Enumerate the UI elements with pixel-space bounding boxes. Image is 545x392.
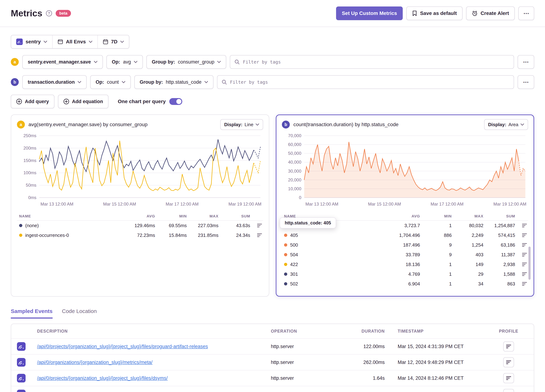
series-options-button[interactable]: [521, 281, 528, 287]
one-chart-toggle[interactable]: [169, 98, 182, 105]
svg-text:20,000: 20,000: [288, 178, 301, 182]
group-by-selector-a[interactable]: Group by: consumer_group: [146, 55, 226, 69]
top-bar: Metrics ? beta Set Up Custom Metrics Sav…: [0, 0, 545, 27]
profile-button[interactable]: [503, 373, 514, 383]
one-chart-toggle-label: One chart per query: [118, 99, 166, 104]
add-query-button[interactable]: Add query: [11, 95, 54, 108]
event-description-link[interactable]: /api/0/projects/{organization_slug}/{pro…: [37, 375, 271, 381]
chevron-down-icon: [204, 81, 208, 83]
sentry-platform-icon: [17, 390, 37, 392]
svg-text:10,000: 10,000: [288, 186, 301, 191]
save-as-default-button[interactable]: Save as default: [406, 6, 463, 20]
tab-sampled-events[interactable]: Sampled Events: [11, 308, 53, 318]
create-alert-button[interactable]: Create Alert: [466, 6, 515, 20]
series-summary-table: http.status_code: 405 NAME AVG MIN MAX S…: [282, 212, 528, 289]
filter-tags-input-b[interactable]: [230, 80, 509, 85]
event-row: /api/0/projects/{organization_slug}/{pro…: [11, 370, 534, 386]
event-operation: http.server: [271, 375, 343, 381]
area-chart[interactable]: 010,00020,00030,00040,00050,00060,00070,…: [282, 132, 528, 208]
svg-text:Mar 17 12:00 AM: Mar 17 12:00 AM: [166, 202, 199, 206]
summary-row[interactable]: 500 187.496 9 1,254 63,186: [282, 240, 528, 250]
sentry-platform-icon: [17, 342, 37, 351]
chevron-down-icon: [43, 41, 47, 43]
tab-code-location[interactable]: Code Location: [62, 308, 97, 318]
add-equation-button[interactable]: Add equation: [58, 95, 108, 108]
profiling-icon: [506, 360, 511, 364]
svg-text:200ms: 200ms: [23, 146, 36, 150]
op-selector-a[interactable]: Op: avg: [106, 55, 143, 69]
event-row: /api/0/projects/{organization_slug}/{pro…: [11, 338, 534, 354]
help-icon[interactable]: ?: [46, 10, 52, 16]
group-by-selector-b[interactable]: Group by: http.status_code: [134, 75, 213, 89]
series-dot: [19, 234, 22, 237]
series-options-button[interactable]: [521, 223, 528, 228]
filter-tags-field-a: [230, 55, 514, 69]
svg-text:50,000: 50,000: [288, 151, 301, 156]
query-more-button-a[interactable]: ⋯: [518, 55, 534, 69]
series-options-button[interactable]: [521, 262, 528, 267]
filter-tags-input-a[interactable]: [243, 59, 509, 65]
project-selector[interactable]: sentry: [11, 35, 52, 48]
display-type-select[interactable]: Display: Line: [220, 119, 263, 130]
page-title: Metrics: [11, 8, 42, 18]
svg-text:Mar 19 12:00 AM: Mar 19 12:00 AM: [494, 202, 526, 206]
chevron-down-icon: [134, 61, 137, 63]
profile-button[interactable]: [503, 389, 514, 392]
toggle-knob: [176, 99, 181, 104]
display-type-select[interactable]: Display: Area: [484, 119, 528, 130]
setup-custom-metrics-button[interactable]: Set Up Custom Metrics: [336, 6, 403, 20]
summary-row[interactable]: 504 33.789 9 403 11,387: [282, 250, 528, 260]
metric-selector-b[interactable]: transaction.duration: [22, 75, 87, 89]
alarm-icon: [472, 10, 478, 16]
event-duration: 262.00ms: [343, 360, 386, 365]
svg-text:Mar 17 12:00 AM: Mar 17 12:00 AM: [431, 202, 464, 206]
series-dot: [284, 272, 287, 276]
profiling-icon: [506, 344, 511, 349]
date-range-selector[interactable]: 7D: [97, 35, 129, 48]
series-options-button[interactable]: [521, 232, 528, 238]
line-chart[interactable]: 0ms50ms100ms150ms200ms250msMar 13 12:00 …: [17, 132, 263, 208]
event-description-link[interactable]: /api/0/organizations/{organization_slug}…: [37, 391, 271, 392]
query-badge-b: b: [282, 121, 290, 129]
svg-text:250ms: 250ms: [23, 133, 36, 138]
series-options-button[interactable]: [256, 232, 263, 238]
scrollbar-thumb[interactable]: [528, 247, 531, 280]
summary-header-row: NAME AVG MIN MAX SUM: [17, 212, 263, 221]
summary-row[interactable]: (none) 129.46ms 69.55ms 227.03ms 43.63s: [17, 221, 263, 230]
profile-button[interactable]: [503, 357, 514, 367]
chart-card-a: a avg(sentry.event_manager.save) by cons…: [11, 115, 269, 297]
sentry-project-icon: [16, 38, 23, 45]
more-actions-button[interactable]: ⋯: [518, 6, 534, 20]
op-selector-b[interactable]: Op: count: [90, 75, 131, 89]
series-options-button[interactable]: [521, 252, 528, 257]
series-options-button[interactable]: [521, 242, 528, 248]
event-description-link[interactable]: /api/0/organizations/{organization_slug}…: [37, 360, 271, 365]
tooltip: http.status_code: 405: [280, 217, 336, 228]
summary-row[interactable]: 301 4.769 1 29 1,588: [282, 269, 528, 279]
profile-button[interactable]: [503, 341, 514, 351]
event-description-link[interactable]: /api/0/projects/{organization_slug}/{pro…: [37, 344, 271, 349]
query-badge-a: a: [17, 121, 25, 129]
filter-tags-field-b: [217, 75, 514, 89]
chevron-down-icon: [217, 61, 221, 63]
svg-text:70,000: 70,000: [288, 133, 301, 138]
chevron-down-icon: [89, 41, 92, 43]
summary-row[interactable]: 502 6.904 1 34 863: [282, 279, 528, 289]
svg-text:50ms: 50ms: [26, 183, 36, 188]
series-dot: [284, 234, 287, 237]
series-options-button[interactable]: [256, 223, 263, 228]
chart-title: avg(sentry.event_manager.save) by consum…: [28, 122, 217, 128]
summary-row[interactable]: 422 18.136 1 149 2,938: [282, 260, 528, 269]
summary-row[interactable]: ingest-occurrences-0 72.23ms 15.84ms 231…: [17, 230, 263, 240]
chevron-down-icon: [78, 81, 81, 83]
series-options-button[interactable]: [521, 271, 528, 277]
window-icon: [58, 39, 63, 44]
series-dot: [284, 282, 287, 285]
environment-selector[interactable]: All Envs: [52, 35, 97, 48]
summary-row[interactable]: 405 1,704.496 886 2,249 574,415: [282, 230, 528, 240]
bookmark-icon: [412, 10, 417, 16]
svg-text:150ms: 150ms: [23, 158, 36, 163]
metric-selector-a[interactable]: sentry.event_manager.save: [22, 55, 103, 69]
query-more-button-b[interactable]: ⋯: [518, 75, 534, 89]
svg-text:Mar 19 12:00 AM: Mar 19 12:00 AM: [229, 202, 261, 206]
